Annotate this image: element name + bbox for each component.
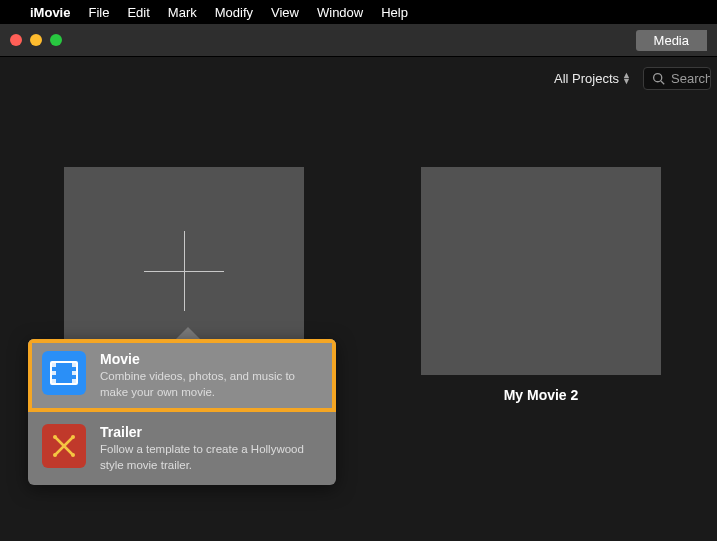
popover-option-title: Movie	[100, 351, 322, 367]
menubar-edit[interactable]: Edit	[127, 5, 149, 20]
macos-menubar: iMovie File Edit Mark Modify View Window…	[0, 0, 717, 24]
trailer-icon	[42, 424, 86, 468]
svg-point-14	[71, 453, 75, 457]
menubar-file[interactable]: File	[88, 5, 109, 20]
movie-icon	[42, 351, 86, 395]
menubar-help[interactable]: Help	[381, 5, 408, 20]
search-input[interactable]: Search	[643, 67, 711, 90]
menubar-app[interactable]: iMovie	[30, 5, 70, 20]
search-icon	[652, 72, 665, 85]
window-titlebar: Media	[0, 24, 717, 57]
media-tab-button[interactable]: Media	[636, 30, 707, 51]
sort-arrows-icon: ▲▼	[622, 72, 631, 84]
menubar-window[interactable]: Window	[317, 5, 363, 20]
close-window-button[interactable]	[10, 34, 22, 46]
popover-option-trailer[interactable]: Trailer Follow a template to create a Ho…	[28, 412, 336, 485]
svg-point-13	[53, 435, 57, 439]
svg-rect-3	[52, 363, 56, 367]
menubar-mark[interactable]: Mark	[168, 5, 197, 20]
svg-rect-5	[52, 379, 56, 383]
popover-option-movie[interactable]: Movie Combine videos, photos, and music …	[28, 339, 336, 412]
svg-rect-4	[52, 371, 56, 375]
minimize-window-button[interactable]	[30, 34, 42, 46]
popover-option-desc: Follow a template to create a Hollywood …	[100, 442, 322, 473]
svg-line-1	[661, 80, 664, 83]
toolbar: All Projects ▲▼ Search	[0, 57, 717, 99]
plus-icon	[184, 231, 185, 311]
svg-point-12	[71, 435, 75, 439]
project-thumbnail[interactable]	[421, 167, 661, 375]
projects-selector[interactable]: All Projects ▲▼	[554, 71, 631, 86]
traffic-lights	[10, 34, 62, 46]
menubar-view[interactable]: View	[271, 5, 299, 20]
svg-point-11	[53, 453, 57, 457]
popover-option-title: Trailer	[100, 424, 322, 440]
fullscreen-window-button[interactable]	[50, 34, 62, 46]
app-window: Media All Projects ▲▼ Search My Movie 2	[0, 24, 717, 541]
svg-point-0	[654, 73, 662, 81]
svg-rect-7	[72, 371, 76, 375]
popover-option-desc: Combine videos, photos, and music to mak…	[100, 369, 322, 400]
projects-selector-label: All Projects	[554, 71, 619, 86]
menubar-modify[interactable]: Modify	[215, 5, 253, 20]
project-title: My Movie 2	[421, 387, 661, 403]
search-placeholder: Search	[671, 71, 711, 86]
new-project-popover: Movie Combine videos, photos, and music …	[28, 339, 336, 485]
svg-rect-8	[72, 379, 76, 383]
projects-grid: My Movie 2 Movie	[0, 99, 717, 541]
svg-rect-6	[72, 363, 76, 367]
